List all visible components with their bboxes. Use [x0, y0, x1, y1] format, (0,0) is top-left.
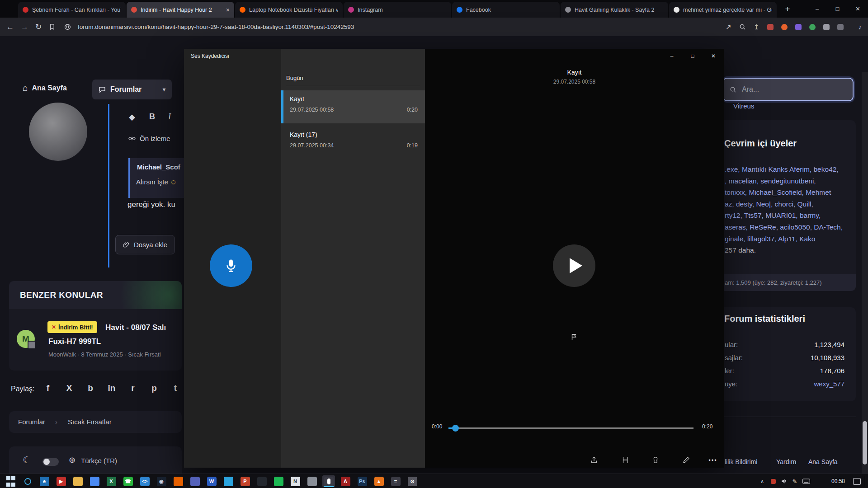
member-line[interactable]: ginale, lillagol37, Alp11, Kako — [725, 233, 843, 245]
page-scrollbar-thumb[interactable] — [863, 421, 867, 465]
preview-button[interactable]: Ön izleme — [128, 135, 170, 142]
puzzle-icon[interactable] — [823, 24, 830, 30]
zoom-icon[interactable] — [739, 23, 746, 30]
pinterest-icon[interactable]: p — [150, 383, 159, 393]
seek-slider-thumb[interactable] — [452, 425, 459, 432]
taskbar-settings[interactable]: ⊙ — [406, 475, 419, 487]
topic-avatar[interactable]: M — [17, 330, 35, 348]
linkedin-icon[interactable]: in — [107, 383, 116, 393]
search-input[interactable]: Ara... — [722, 78, 854, 101]
topic-title-line1[interactable]: Havit - 08/07 Salı — [105, 323, 166, 332]
theme-toggle[interactable] — [42, 458, 59, 466]
italic-icon[interactable]: I — [168, 112, 171, 122]
browser-tab-hepsiburada[interactable]: Laptop Notebook Dizüstü Fiyatları ve — [235, 2, 343, 18]
taskbar-obs[interactable] — [255, 475, 268, 487]
taskbar-paint[interactable] — [306, 475, 318, 487]
home-link[interactable]: Ana Sayfa — [808, 458, 838, 465]
taskbar-telegram[interactable] — [222, 475, 235, 487]
taskbar-powerpoint[interactable]: P — [239, 475, 251, 487]
brave-rewards-icon[interactable] — [781, 24, 788, 30]
taskbar-edge[interactable]: e — [38, 475, 51, 487]
taskbar-clock[interactable]: 00:58 — [826, 474, 850, 488]
url-text[interactable]: forum.donanimarsivi.com/konu/havit-happy… — [78, 18, 354, 36]
rename-icon[interactable] — [681, 455, 691, 465]
facebook-icon[interactable]: f — [43, 383, 52, 393]
extension-purple-icon[interactable] — [795, 24, 802, 30]
bluesky-icon[interactable]: b — [86, 383, 95, 393]
taskbar-vlc[interactable]: ▲ — [373, 475, 385, 487]
member-line[interactable]: az, desty, Neo|, chorci, Quill, — [725, 198, 843, 210]
browser-tab-facebook[interactable]: Facebook — [452, 2, 560, 18]
taskbar-discord[interactable] — [189, 475, 201, 487]
play-button[interactable] — [553, 244, 595, 287]
browser-maximize-icon[interactable]: □ — [827, 0, 848, 18]
marker-flag-icon[interactable] — [570, 333, 578, 341]
shield-icon[interactable] — [767, 24, 774, 30]
recorder-close-icon[interactable]: ✕ — [703, 49, 724, 63]
bookmark-icon[interactable] — [49, 23, 56, 30]
member-line[interactable]: tonxxx, Michael_Scofield, Mehmet — [725, 187, 843, 198]
member-line[interactable]: rty12, Tts57, MUARI01, barmy, — [725, 210, 843, 221]
tray-security-icon[interactable] — [769, 474, 778, 488]
member-line[interactable]: , macelian, sendegitunutbeni, — [725, 175, 843, 187]
taskbar-whatsapp[interactable]: ☎ — [122, 475, 134, 487]
editor-stamp-icon[interactable]: ◆ — [129, 112, 135, 122]
user-avatar[interactable] — [29, 103, 87, 161]
taskbar-acrobat[interactable]: A — [339, 475, 352, 487]
latest-member-link[interactable]: wexy_577 — [814, 380, 844, 388]
taskbar-search[interactable] — [21, 475, 34, 487]
taskbar-excel[interactable]: X — [105, 475, 118, 487]
tray-chevron-up-icon[interactable]: ∧ — [758, 474, 767, 488]
extension-green-icon[interactable] — [809, 24, 816, 30]
taskbar-vscode[interactable]: <> — [138, 475, 151, 487]
browser-tab-youtube-music[interactable]: Şebnem Ferah - Can Kırıkları - YouT — [18, 2, 126, 18]
taskbar-notepad[interactable]: N — [289, 475, 302, 487]
member-line[interactable]: 257 daha. — [725, 244, 843, 256]
tab-close-icon[interactable]: × — [226, 6, 230, 14]
taskbar-firefox[interactable] — [172, 475, 184, 487]
taskbar-chrome[interactable] — [88, 475, 101, 487]
recording-item-selected[interactable]: Kayıt 29.07.2025 00:58 0:20 — [281, 90, 425, 123]
member-line[interactable]: aseras, ReSeRe, acilo5050, DA-Tech, — [725, 221, 843, 233]
back-icon[interactable]: ← — [6, 18, 14, 36]
tray-pen-icon[interactable]: ✎ — [790, 474, 799, 488]
browser-tab-instagram[interactable]: Instagram — [344, 2, 451, 18]
browser-tab-havit-search[interactable]: Havit Gaming Kulaklık - Sayfa 2 — [561, 2, 668, 18]
forward-icon[interactable]: → — [21, 18, 28, 36]
browser-close-icon[interactable]: ✕ — [848, 0, 868, 18]
taskbar-file-explorer[interactable] — [71, 475, 84, 487]
seek-slider-track[interactable] — [448, 427, 693, 429]
member-link-vitreus[interactable]: Vitreus — [733, 102, 754, 110]
breadcrumb-forums[interactable]: Forumlar — [18, 411, 45, 433]
dark-mode-icon[interactable]: ☾ — [23, 455, 31, 465]
open-in-new-icon[interactable]: ↗ — [726, 23, 731, 31]
member-line[interactable]: .exe, Mantıklı Kanks Aferim, beko42, — [725, 164, 843, 175]
site-info-icon[interactable] — [64, 23, 71, 30]
record-button[interactable] — [210, 244, 252, 287]
taskbar-photoshop[interactable]: Ps — [356, 475, 368, 487]
taskbar-steam[interactable]: ◉ — [155, 475, 168, 487]
recording-item[interactable]: Kayıt (17) 29.07.2025 00:34 0:19 — [281, 126, 425, 159]
privacy-link[interactable]: lilik Bildirimi — [725, 458, 757, 465]
taskbar-youtube[interactable]: ▶ — [55, 475, 67, 487]
nav-forums-button[interactable]: Forumlar ▾ — [92, 80, 172, 99]
reddit-icon[interactable]: r — [128, 383, 137, 393]
nav-home-link[interactable]: ⌂ Ana Sayfa — [23, 83, 67, 93]
reply-draft-text[interactable]: gereği yok. ku — [127, 200, 175, 209]
browser-tab-google-search[interactable]: mehmet yılmaz gerçekte var mı - Go — [669, 2, 777, 18]
bold-icon[interactable]: B — [149, 112, 155, 122]
recorder-minimize-icon[interactable]: – — [661, 49, 682, 63]
new-tab-button[interactable]: + — [782, 4, 793, 14]
taskbar-word[interactable]: W — [205, 475, 218, 487]
wallet-icon[interactable] — [837, 24, 844, 30]
taskbar-calculator[interactable]: = — [389, 475, 402, 487]
notification-center-icon[interactable] — [852, 474, 862, 488]
taskbar-start[interactable] — [5, 475, 17, 487]
trim-icon[interactable] — [620, 455, 630, 465]
recorder-maximize-icon[interactable]: □ — [682, 49, 703, 63]
help-link[interactable]: Yardım — [776, 458, 796, 465]
tray-keyboard-icon[interactable] — [801, 474, 811, 488]
taskbar-sound-recorder[interactable] — [322, 475, 335, 487]
tumblr-icon[interactable]: t — [171, 383, 180, 393]
x-icon[interactable]: X — [65, 383, 74, 393]
